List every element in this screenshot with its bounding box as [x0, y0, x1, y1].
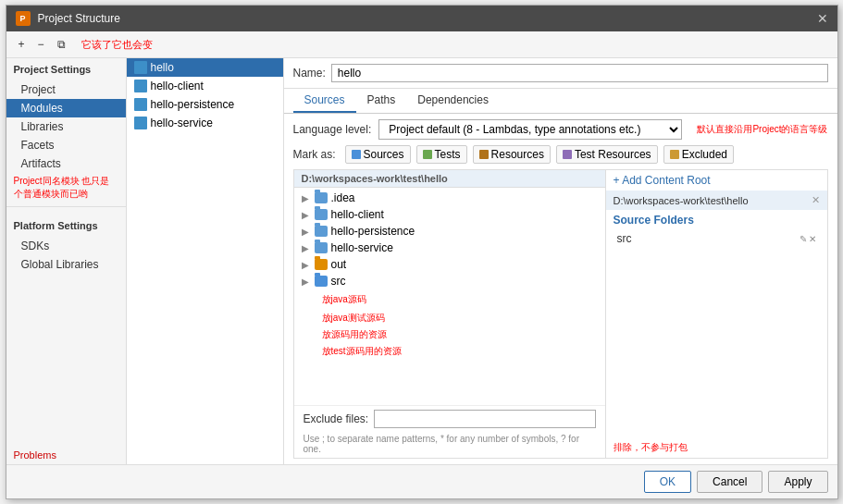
left-divider: [6, 206, 126, 207]
folder-icon-src: [315, 276, 328, 287]
mark-resources-btn[interactable]: Resources: [473, 145, 551, 164]
source-folder-src: src ✎ ✕: [614, 230, 820, 247]
content-area: D:\workspaces-work\test\hello ▶ .idea ▶ …: [293, 169, 828, 459]
right-content-panel: + Add Content Root D:\workspaces-work\te…: [606, 169, 828, 459]
annotation-source-resource: 放源码用的资源: [294, 326, 605, 343]
project-structure-dialog: P Project Structure ✕ + − ⧉ 它该了它也会变 Proj…: [6, 5, 838, 499]
sidebar-item-sdks[interactable]: SDKs: [6, 237, 126, 255]
exclude-input[interactable]: [374, 410, 595, 428]
sidebar-item-libraries[interactable]: Libraries: [6, 117, 126, 136]
source-folders-title: Source Folders: [614, 214, 820, 227]
main-content: Project Settings Project Modules Librari…: [6, 58, 837, 464]
name-bar: Name:: [284, 58, 837, 89]
tree-item-out[interactable]: ▶ out: [294, 256, 605, 273]
apply-button[interactable]: Apply: [768, 471, 827, 493]
sidebar-item-global-libraries[interactable]: Global Libraries: [6, 255, 126, 274]
cancel-button[interactable]: Cancel: [697, 471, 762, 493]
exclude-label: Exclude files:: [304, 412, 369, 425]
tree-root-header: D:\workspaces-work\test\hello: [294, 170, 605, 188]
arrow-icon-src: ▶: [302, 277, 311, 287]
add-content-root-button[interactable]: + Add Content Root: [614, 174, 711, 187]
copy-button[interactable]: ⧉: [53, 35, 70, 54]
tree-item-src[interactable]: ▶ src: [294, 273, 605, 289]
add-root-row: + Add Content Root: [606, 170, 827, 191]
dialog-title: Project Structure: [38, 12, 120, 25]
source-folders-section: Source Folders src ✎ ✕: [606, 210, 827, 251]
arrow-icon-hs: ▶: [302, 243, 311, 253]
title-bar: P Project Structure ✕: [6, 6, 837, 31]
problems-item[interactable]: Problems: [6, 446, 126, 464]
sources-color-icon: [352, 150, 361, 159]
tree-label-hello-persistence: hello-persistence: [331, 225, 415, 238]
sidebar-item-modules[interactable]: Modules: [6, 99, 126, 117]
project-settings-title: Project Settings: [6, 58, 126, 80]
tab-dependencies[interactable]: Dependencies: [406, 89, 500, 113]
close-button[interactable]: ✕: [817, 11, 828, 26]
sidebar-item-artifacts[interactable]: Artifacts: [6, 154, 126, 173]
mark-tests-btn[interactable]: Tests: [416, 145, 467, 164]
title-bar-left: P Project Structure: [16, 11, 120, 26]
mark-resources-label: Resources: [491, 148, 544, 161]
mark-tests-label: Tests: [435, 148, 461, 161]
exclude-hint: Use ; to separate name patterns, * for a…: [294, 432, 605, 458]
language-row: Language level: Project default (8 - Lam…: [293, 119, 828, 140]
add-button[interactable]: +: [14, 35, 30, 54]
bottom-bar: OK Cancel Apply: [6, 464, 837, 498]
module-label-hello: hello: [151, 61, 174, 74]
module-hello-client[interactable]: hello-client: [127, 77, 283, 95]
edit-source-folder-button[interactable]: ✎: [800, 234, 807, 244]
tree-section: D:\workspaces-work\test\hello ▶ .idea ▶ …: [293, 169, 606, 459]
tab-sources[interactable]: Sources: [293, 89, 356, 113]
module-label-hello-client: hello-client: [151, 80, 204, 92]
annotation-test-resource: 放test源码用的资源: [294, 343, 605, 360]
left-annotation: Project同名模块 也只是个普通模块而已哟: [6, 173, 126, 203]
module-icon-hello-service: [134, 117, 147, 129]
tree-item-hello-service[interactable]: ▶ hello-service: [294, 240, 605, 256]
module-label-hello-service: hello-service: [151, 117, 213, 129]
arrow-icon-hc: ▶: [302, 210, 311, 220]
mark-sources-btn[interactable]: Sources: [345, 145, 411, 164]
tree-label-hello-service: hello-service: [331, 241, 393, 254]
name-input[interactable]: [331, 64, 828, 82]
language-select[interactable]: Project default (8 - Lambdas, type annot…: [378, 119, 682, 140]
annotation-exclude: 排除，不参与打包: [606, 437, 827, 458]
left-panel: Project Settings Project Modules Librari…: [6, 58, 127, 464]
module-icon-hello: [134, 61, 147, 74]
toolbar: + − ⧉ 它该了它也会变: [6, 31, 837, 58]
content-root-close-icon[interactable]: ✕: [812, 194, 820, 206]
module-icon-hello-client: [134, 80, 147, 92]
module-tree: hello hello-client hello-persistence hel…: [127, 58, 284, 464]
remove-source-folder-button[interactable]: ✕: [809, 234, 816, 244]
tree-item-hello-client[interactable]: ▶ hello-client: [294, 206, 605, 223]
mark-excluded-btn[interactable]: Excluded: [663, 145, 734, 164]
resources-color-icon: [479, 150, 489, 159]
module-hello-persistence[interactable]: hello-persistence: [127, 95, 283, 114]
mark-test-resources-btn[interactable]: Test Resources: [556, 145, 658, 164]
platform-settings-title: Platform Settings: [6, 215, 126, 237]
ok-button[interactable]: OK: [644, 471, 691, 493]
tests-color-icon: [423, 150, 432, 159]
tree-item-hello-persistence[interactable]: ▶ hello-persistence: [294, 223, 605, 240]
module-icon-hello-persistence: [134, 98, 147, 111]
module-label-hello-persistence: hello-persistence: [151, 98, 235, 111]
mark-test-resources-label: Test Resources: [575, 148, 651, 161]
tree-label-out: out: [331, 258, 347, 271]
module-hello[interactable]: hello: [127, 58, 283, 77]
arrow-icon-out: ▶: [302, 260, 311, 270]
sidebar-item-facets[interactable]: Facets: [6, 136, 126, 154]
name-label: Name:: [293, 67, 326, 80]
tab-content-sources: Language level: Project default (8 - Lam…: [284, 114, 837, 464]
tree-body[interactable]: ▶ .idea ▶ hello-client ▶: [294, 188, 605, 405]
module-hello-service[interactable]: hello-service: [127, 114, 283, 132]
tree-item-idea[interactable]: ▶ .idea: [294, 190, 605, 206]
sidebar-item-project[interactable]: Project: [6, 80, 126, 99]
right-panel-spacer: [606, 251, 827, 437]
exclude-row: Exclude files:: [294, 405, 605, 432]
tabs-row: Sources Paths Dependencies: [284, 89, 837, 114]
mark-as-row: Mark as: Sources Tests Resources: [293, 145, 828, 164]
remove-button[interactable]: −: [33, 35, 49, 54]
tab-paths[interactable]: Paths: [356, 89, 407, 113]
annotation-java-source: 放java源码: [294, 289, 605, 310]
arrow-icon-hp: ▶: [302, 227, 311, 237]
tree-label-hello-client: hello-client: [331, 208, 384, 221]
